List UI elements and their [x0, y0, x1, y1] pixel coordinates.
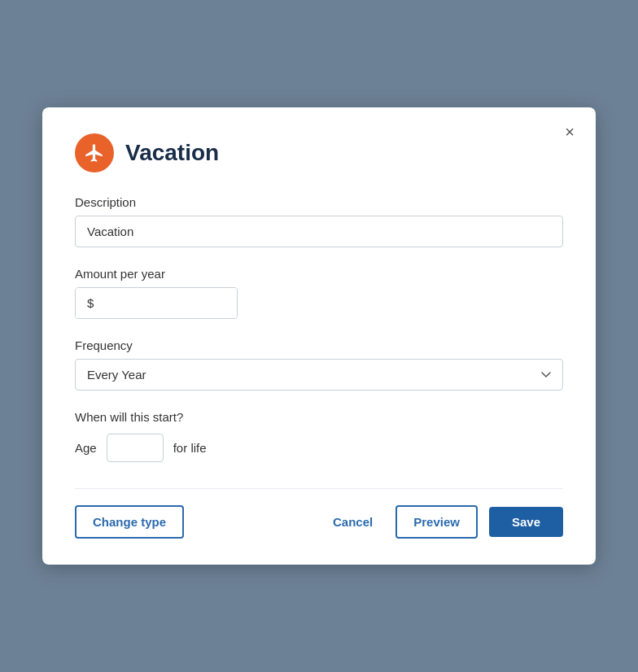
- description-group: Description: [75, 195, 563, 247]
- when-start-group: When will this start? Age for life: [75, 410, 563, 462]
- modal-title: Vacation: [125, 140, 219, 166]
- modal-dialog: × Vacation Description Amount per year $…: [42, 107, 596, 565]
- amount-wrapper: $: [75, 287, 238, 319]
- modal-header: Vacation: [75, 133, 563, 172]
- description-input[interactable]: [75, 216, 563, 247]
- airplane-icon: [84, 142, 105, 164]
- amount-group: Amount per year $: [75, 267, 563, 319]
- frequency-select[interactable]: Every Year Every Month Every Week One Ti…: [75, 359, 563, 391]
- description-label: Description: [75, 195, 563, 209]
- amount-input[interactable]: [102, 288, 237, 318]
- for-life-text: for life: [173, 441, 207, 455]
- age-row: Age for life: [75, 434, 563, 462]
- footer-right: Cancel Preview Save: [321, 505, 563, 539]
- amount-label: Amount per year: [75, 267, 563, 281]
- frequency-label: Frequency: [75, 338, 563, 352]
- when-start-label: When will this start?: [75, 410, 563, 424]
- currency-symbol: $: [76, 288, 102, 318]
- age-label: Age: [75, 441, 97, 455]
- vacation-icon: [75, 133, 114, 172]
- footer-left: Change type: [75, 505, 184, 539]
- save-button[interactable]: Save: [489, 507, 563, 537]
- cancel-button[interactable]: Cancel: [321, 507, 384, 537]
- frequency-group: Frequency Every Year Every Month Every W…: [75, 338, 563, 391]
- change-type-button[interactable]: Change type: [75, 505, 184, 539]
- close-button[interactable]: ×: [560, 120, 579, 143]
- age-input[interactable]: [107, 434, 164, 462]
- preview-button[interactable]: Preview: [395, 505, 478, 539]
- modal-footer: Change type Cancel Preview Save: [75, 488, 563, 539]
